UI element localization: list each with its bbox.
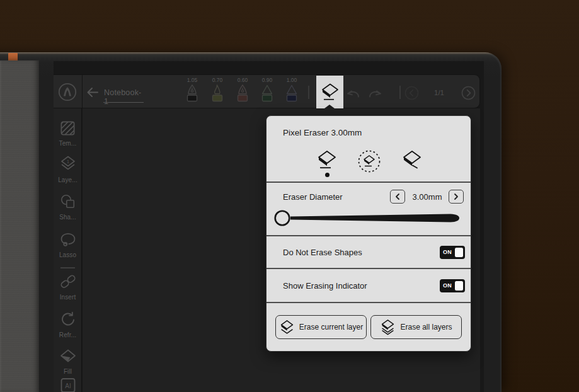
lasso-icon [59, 231, 77, 248]
eraser-tool-selected[interactable] [316, 76, 343, 108]
pen-size-label: 0.60 [232, 77, 253, 84]
sidebar-item-label: Fill [54, 368, 82, 375]
toggle-state: ON [443, 282, 452, 289]
toolbar-separator [399, 86, 401, 99]
undo-button[interactable] [345, 86, 362, 102]
sidebar-item-label: Lasso [54, 251, 82, 258]
erase-all-layers-button[interactable]: Erase all layers [370, 315, 462, 339]
pen-tool-4[interactable]: 0.90 [256, 77, 278, 107]
toggle-state: ON [443, 249, 452, 255]
sidebar-item-lasso[interactable]: Lasso [54, 231, 82, 258]
sidebar-item-label: Sha... [54, 214, 82, 221]
next-page-button[interactable] [461, 86, 476, 103]
layer-actions-section: Erase current layer Erase all layers [267, 302, 471, 351]
sidebar-item-layers[interactable]: 1 Laye... [54, 155, 82, 183]
sidebar-item-fill[interactable]: Fill [54, 349, 82, 375]
redo-button[interactable] [367, 86, 384, 102]
diameter-increase-button[interactable] [449, 190, 464, 204]
pen-size-label: 0.90 [256, 77, 278, 84]
mode-stroke-eraser[interactable] [398, 149, 426, 176]
eraser-settings-panel: Pixel Eraser 3.00mm [266, 115, 471, 352]
photo-of-eink-tablet: Notebook-1 1.05 0.70 [0, 0, 579, 392]
pen-size-label: 0.70 [207, 77, 228, 84]
do-not-erase-shapes-row: Do Not Erase Shapes ON [267, 235, 471, 268]
toggle-knob [455, 248, 463, 257]
pen-size-label: 1.00 [281, 77, 302, 84]
diameter-label: Eraser Diameter [283, 192, 343, 202]
toggle-label: Show Erasing Indicator [283, 281, 367, 291]
diameter-decrease-button[interactable] [390, 190, 405, 204]
pen-tool-1[interactable]: 1.05 [181, 77, 203, 107]
top-toolbar: Notebook-1 1.05 0.70 [54, 74, 480, 108]
mode-region-eraser[interactable] [355, 149, 383, 176]
refresh-icon [59, 311, 77, 328]
sidebar-divider [60, 267, 75, 268]
pixel-eraser-icon [316, 149, 338, 171]
eraser-diameter-section: Eraser Diameter 3.00mm [267, 182, 471, 235]
notebook-title[interactable]: Notebook-1 [104, 88, 144, 106]
prev-page-button[interactable] [404, 86, 419, 103]
show-erasing-indicator-row: Show Erasing Indicator ON [267, 268, 471, 302]
template-icon [59, 120, 76, 137]
svg-text:1: 1 [66, 159, 69, 164]
brand-a-logo[interactable] [57, 81, 78, 103]
button-label: Erase all layers [400, 323, 452, 331]
toolbar-divider [82, 75, 83, 108]
layers-icon: 1 [59, 155, 77, 173]
eraser-mode-section: Pixel Eraser 3.00mm [267, 116, 471, 182]
sidebar-item-label: Refr... [54, 331, 82, 338]
insert-link-icon [59, 273, 77, 291]
sidebar-item-label: Tem... [54, 140, 82, 147]
erase-current-layer-button[interactable]: Erase current layer [275, 315, 367, 339]
button-label: Erase current layer [299, 323, 363, 331]
sidebar-item-template[interactable]: Tem... [54, 120, 82, 147]
sidebar-item-label: Laye... [54, 176, 82, 183]
pen-size-label: 1.05 [181, 77, 203, 84]
do-not-erase-shapes-toggle[interactable]: ON [440, 246, 465, 259]
eink-screen: Notebook-1 1.05 0.70 [54, 61, 484, 392]
sidebar-item-shapes[interactable]: Sha... [54, 193, 82, 221]
shapes-icon [59, 193, 77, 210]
region-eraser-icon [357, 149, 382, 174]
tool-sidebar: Tem... 1 Laye... Sha... [54, 108, 82, 392]
stroke-eraser-icon [401, 149, 423, 171]
toggle-knob [455, 281, 463, 291]
sidebar-item-ai[interactable]: AI [54, 378, 82, 392]
ai-icon: AI [59, 378, 77, 392]
panel-header: Pixel Eraser 3.00mm [283, 128, 362, 137]
title-underline [103, 102, 144, 103]
diameter-slider[interactable] [273, 208, 466, 231]
folio-spine [0, 61, 39, 392]
tablet-device-frame: Notebook-1 1.05 0.70 [0, 52, 502, 392]
eraser-icon [321, 82, 340, 102]
pen-tool-3[interactable]: 0.60 [232, 77, 253, 107]
back-button[interactable] [85, 86, 100, 99]
pen-tool-2[interactable]: 0.70 [207, 77, 228, 107]
pen-tool-5[interactable]: 1.00 [281, 77, 302, 107]
toggle-label: Do Not Erase Shapes [283, 248, 362, 257]
toolbar-separator [308, 86, 309, 99]
erase-all-layers-icon [380, 319, 396, 336]
selected-mode-dot [325, 173, 330, 177]
show-erasing-indicator-toggle[interactable]: ON [440, 279, 465, 292]
sidebar-item-refresh[interactable]: Refr... [54, 311, 82, 338]
erase-current-layer-icon [279, 319, 295, 336]
slider-track [290, 214, 459, 222]
fill-icon [59, 349, 77, 365]
diameter-value: 3.00mm [406, 192, 448, 202]
slider-handle [275, 211, 290, 226]
page-indicator: 1/1 [427, 89, 452, 96]
sidebar-item-label: Insert [54, 294, 82, 301]
sidebar-item-insert[interactable]: Insert [54, 273, 82, 301]
svg-text:AI: AI [65, 383, 71, 389]
